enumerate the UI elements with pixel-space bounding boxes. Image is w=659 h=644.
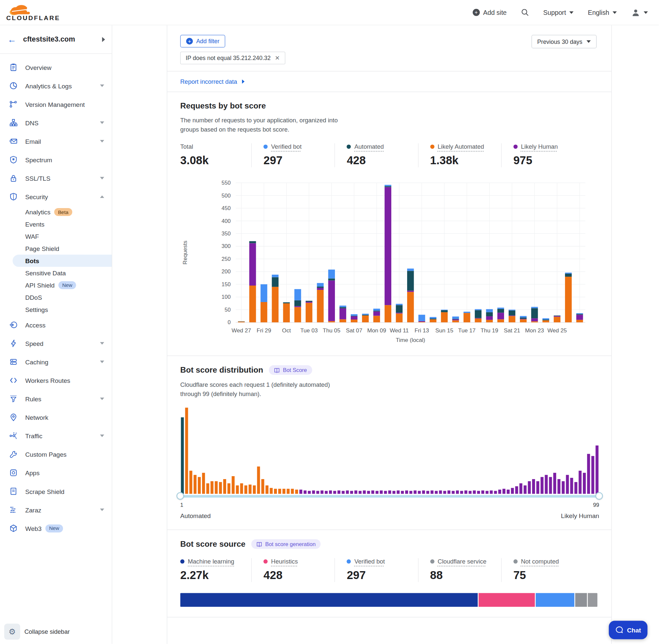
score-bar-59[interactable] (426, 491, 429, 494)
score-bar-89[interactable] (553, 473, 556, 494)
add-site-button[interactable]: + Add site (473, 8, 507, 16)
bar-mon-23[interactable] (531, 307, 538, 322)
bar-fri-29[interactable] (260, 284, 267, 322)
score-bar-36[interactable] (329, 490, 332, 493)
score-bar-12[interactable] (228, 483, 231, 494)
bar-thu-26[interactable] (565, 273, 572, 322)
score-bar-26[interactable] (287, 489, 290, 493)
score-bar-64[interactable] (447, 490, 450, 493)
score-bar-22[interactable] (270, 488, 273, 494)
score-bar-42[interactable] (354, 490, 357, 493)
score-bar-27[interactable] (291, 489, 294, 493)
score-bar-90[interactable] (558, 479, 560, 494)
bar-thu-12[interactable] (407, 269, 414, 322)
sidebar-item-security[interactable]: Security (0, 187, 112, 206)
sidebar-item-version-management[interactable]: Version Management (0, 95, 112, 113)
sidebar-subitem-settings[interactable]: Settings (0, 303, 112, 316)
bar-sun-15[interactable] (441, 309, 448, 322)
score-range-slider[interactable] (180, 495, 599, 498)
score-bar-10[interactable] (219, 482, 222, 494)
score-bar-32[interactable] (312, 490, 315, 493)
score-bar-85[interactable] (536, 481, 539, 493)
sidebar-subitem-ddos[interactable]: DDoS (0, 291, 112, 303)
score-bar-47[interactable] (376, 491, 378, 494)
score-bar-94[interactable] (574, 482, 577, 494)
bar-sat-21[interactable] (509, 309, 515, 322)
score-bar-95[interactable] (579, 470, 582, 493)
score-bar-16[interactable] (244, 485, 247, 493)
score-bar-63[interactable] (443, 491, 446, 494)
score-bar-7[interactable] (206, 483, 209, 494)
score-bar-67[interactable] (460, 491, 463, 494)
sidebar-item-email[interactable]: Email (0, 132, 112, 151)
score-bar-75[interactable] (494, 491, 497, 494)
score-bar-37[interactable] (333, 491, 336, 494)
sidebar-item-spectrum[interactable]: Spectrum (0, 151, 112, 169)
score-bar-4[interactable] (193, 475, 196, 493)
score-bar-72[interactable] (481, 490, 484, 493)
sidebar-item-caching[interactable]: Caching (0, 352, 112, 371)
bar-wed-11[interactable] (396, 304, 402, 322)
score-bar-76[interactable] (498, 490, 501, 494)
score-bar-6[interactable] (202, 473, 205, 494)
sidebar-item-overview[interactable]: Overview (0, 58, 112, 76)
sidebar-item-rules[interactable]: Rules (0, 389, 112, 408)
back-arrow-icon[interactable]: ← (7, 34, 17, 45)
score-bar-88[interactable] (549, 477, 552, 494)
bar-fri-06[interactable] (339, 306, 346, 322)
sidebar-item-traffic[interactable]: Traffic (0, 427, 112, 445)
sidebar-item-apps[interactable]: Apps (0, 464, 112, 482)
score-bar-8[interactable] (211, 481, 214, 493)
score-bar-57[interactable] (418, 491, 421, 494)
stat-label[interactable]: Not computed (513, 558, 585, 565)
bar-wed-25[interactable] (554, 316, 560, 322)
bar-wed-18[interactable] (475, 309, 481, 322)
score-bar-87[interactable] (545, 475, 548, 493)
bot-score-generation-badge[interactable]: Bot score generation (251, 539, 321, 549)
score-bar-44[interactable] (363, 490, 366, 493)
score-bar-61[interactable] (435, 491, 438, 494)
score-bar-80[interactable] (515, 486, 518, 494)
bar-sat-14[interactable] (429, 317, 436, 322)
source-segment-cloudflare-service[interactable] (575, 593, 587, 607)
score-bar-41[interactable] (350, 491, 353, 494)
bar-oct-01[interactable] (283, 302, 290, 322)
stat-label[interactable]: Machine learning (180, 558, 252, 565)
report-incorrect-data-link[interactable]: Report incorrect data (180, 78, 245, 85)
bar-fri-13[interactable] (418, 315, 425, 322)
score-bar-25[interactable] (283, 489, 285, 493)
score-bar-34[interactable] (321, 490, 323, 493)
bar-sun-22[interactable] (520, 316, 526, 322)
slider-handle-max[interactable] (595, 492, 603, 500)
sidebar-subitem-events[interactable]: Events (0, 218, 112, 230)
sidebar-subitem-waf[interactable]: WAF (0, 230, 112, 243)
score-bar-9[interactable] (215, 481, 217, 493)
source-segment-not-computed[interactable] (588, 593, 598, 607)
sidebar-subitem-page-shield[interactable]: Page Shield (0, 243, 112, 255)
chat-button[interactable]: Chat (609, 621, 648, 639)
stacked-bar-chart[interactable]: 050100150200250300350400450500550Wed 27F… (180, 176, 598, 344)
sidebar-item-scrape-shield[interactable]: Scrape Shield (0, 482, 112, 501)
bar-tue-10[interactable] (385, 185, 391, 322)
score-bar-1[interactable] (181, 417, 184, 494)
bar-mon-16[interactable] (452, 317, 459, 322)
bar-tue-03[interactable] (306, 301, 312, 322)
score-bar-2[interactable] (185, 408, 188, 493)
score-bar-24[interactable] (278, 489, 281, 493)
sidebar-item-ssl-tls[interactable]: SSL/TLS (0, 169, 112, 187)
score-bar-33[interactable] (316, 491, 319, 494)
score-bar-11[interactable] (223, 479, 226, 494)
stat-label[interactable]: Cloudflare service (430, 558, 501, 565)
sidebar-subitem-bots[interactable]: Bots (13, 255, 112, 267)
score-bar-5[interactable] (198, 477, 201, 494)
stat-label[interactable]: Verified bot (347, 558, 418, 565)
bot-score-doc-badge[interactable]: Bot Score (269, 365, 312, 375)
bar-mon-02[interactable] (295, 289, 301, 322)
account-menu[interactable] (631, 8, 648, 17)
score-bar-23[interactable] (274, 489, 277, 493)
slider-handle-min[interactable] (176, 492, 184, 500)
score-bar-78[interactable] (507, 490, 510, 494)
score-bar-55[interactable] (409, 491, 413, 494)
score-bar-96[interactable] (583, 473, 586, 494)
search-button[interactable] (521, 8, 529, 16)
